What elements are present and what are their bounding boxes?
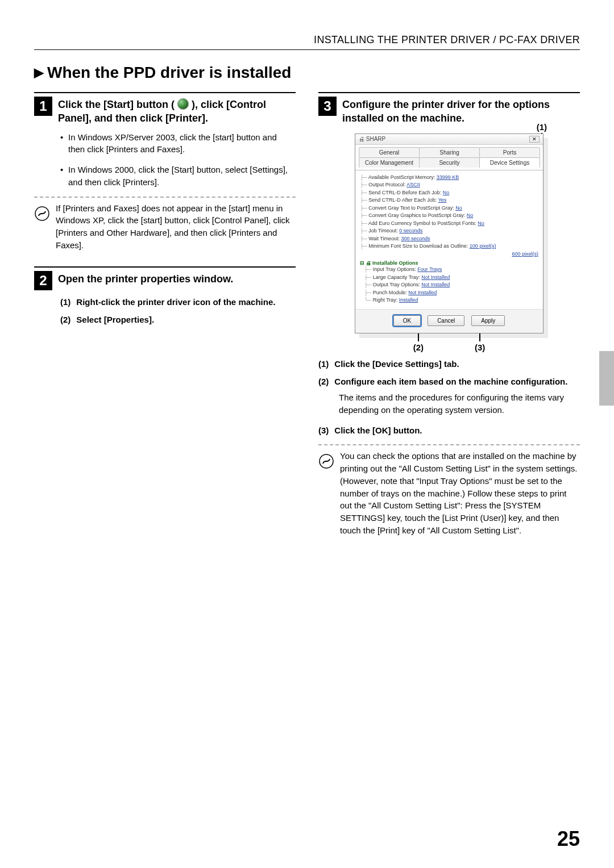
start-orb-icon	[177, 98, 189, 110]
step-1-note-text: If [Printers and Faxes] does not appear …	[56, 202, 296, 252]
step-1-title-a: Click the [Start] button (	[58, 99, 177, 110]
step-3-sub-3: (3) Click the [OK] button.	[318, 424, 580, 437]
section-title-text: When the PPD driver is installed	[47, 64, 291, 81]
dialog-close-icon[interactable]: ✕	[529, 136, 540, 143]
figure-wrap: (1) 🖨 SHARP ✕ General Sharing Ports	[318, 133, 580, 352]
step-3-sub-2-explain: The items and the procedures for configu…	[339, 391, 580, 416]
step-1-bullet-2: In Windows 2000, click the [Start] butto…	[60, 164, 296, 189]
right-column: 3 Configure the printer driver for the o…	[318, 92, 580, 552]
step-number-2: 2	[34, 271, 52, 290]
step-3-note-text: You can check the options that are insta…	[340, 450, 580, 536]
tab-sharing[interactable]: Sharing	[419, 147, 480, 157]
installable-options-node: ⊟ 🖨 Installable Options	[360, 260, 538, 266]
tab-ports[interactable]: Ports	[479, 147, 540, 157]
step-3-sub-2-text: Configure each item based on the machine…	[334, 375, 567, 388]
tab-color-management[interactable]: Color Management	[359, 157, 420, 168]
step-2-sub-1: (1) Right-click the printer driver icon …	[60, 296, 296, 308]
step-number-3: 3	[318, 97, 337, 116]
ok-button[interactable]: OK	[393, 315, 421, 326]
note-icon	[34, 206, 50, 222]
dialog-content: ├─ Available PostScript Memory: 33999 KB…	[355, 170, 543, 309]
callout-3-label: (3)	[475, 343, 485, 352]
step-3-sub-1-num: (1)	[318, 358, 329, 370]
tab-security[interactable]: Security	[419, 157, 480, 168]
step-2-sub-2-num: (2)	[60, 314, 70, 326]
dashed-separator-2	[318, 444, 580, 445]
step-3-sub-3-num: (3)	[318, 424, 329, 437]
step-2-sub-2-text: Select [Properties].	[76, 314, 154, 326]
apply-button[interactable]: Apply	[471, 315, 505, 326]
triangle-icon: ▶	[34, 65, 44, 80]
step-1-note: If [Printers and Faxes] does not appear …	[34, 202, 296, 252]
dialog-titlebar: 🖨 SHARP ✕	[355, 134, 543, 145]
dialog-tabs-row2: Color Management Security Device Setting…	[355, 157, 543, 170]
dashed-separator	[34, 197, 296, 198]
step-3-sub-2-num: (2)	[318, 375, 329, 388]
note-icon	[318, 453, 334, 469]
page-number: 25	[557, 827, 580, 851]
printer-properties-dialog: 🖨 SHARP ✕ General Sharing Ports Color Ma…	[355, 133, 544, 333]
step-number-1: 1	[34, 97, 52, 116]
step-2-title: Open the printer properties window.	[58, 271, 233, 286]
step-3-title: Configure the printer driver for the opt…	[342, 97, 580, 126]
step-2: 2 Open the printer properties window. (1…	[34, 266, 296, 327]
step-3-sub-1-text: Click the [Device Settings] tab.	[334, 358, 459, 370]
side-tab-marker	[599, 351, 614, 406]
dialog-button-row: OK Cancel Apply	[355, 309, 543, 333]
step-3: 3 Configure the printer driver for the o…	[318, 92, 580, 537]
section-title: ▶When the PPD driver is installed	[34, 64, 580, 82]
step-2-sub-1-text: Right-click the printer driver icon of t…	[76, 296, 275, 308]
step-2-sub-1-num: (1)	[60, 296, 70, 308]
dialog-window-title: 🖨 SHARP	[359, 136, 385, 142]
step-3-sub-1: (1) Click the [Device Settings] tab.	[318, 358, 580, 370]
tab-general[interactable]: General	[359, 147, 420, 157]
callout-2-label: (2)	[413, 343, 424, 352]
running-header: INSTALLING THE PRINTER DRIVER / PC-FAX D…	[34, 34, 580, 46]
cancel-button[interactable]: Cancel	[428, 315, 464, 326]
step-3-note: You can check the options that are insta…	[318, 450, 580, 536]
step-1-bullets: In Windows XP/Server 2003, click the [st…	[60, 131, 296, 189]
step-1-title: Click the [Start] button ( ), click [Con…	[58, 97, 296, 126]
step-3-sub-2: (2) Configure each item based on the mac…	[318, 375, 580, 388]
step-1-bullet-1: In Windows XP/Server 2003, click the [st…	[60, 131, 296, 156]
step-3-sub-3-text: Click the [OK] button.	[334, 424, 422, 437]
header-rule	[34, 49, 580, 50]
step-2-sub-2: (2) Select [Properties].	[60, 314, 296, 326]
dialog-tabs-row1: General Sharing Ports	[355, 145, 543, 157]
tab-device-settings[interactable]: Device Settings	[479, 157, 540, 168]
left-column: 1 Click the [Start] button ( ), click [C…	[34, 92, 296, 552]
step-1: 1 Click the [Start] button ( ), click [C…	[34, 92, 296, 252]
callout-1-label: (1)	[537, 122, 547, 132]
